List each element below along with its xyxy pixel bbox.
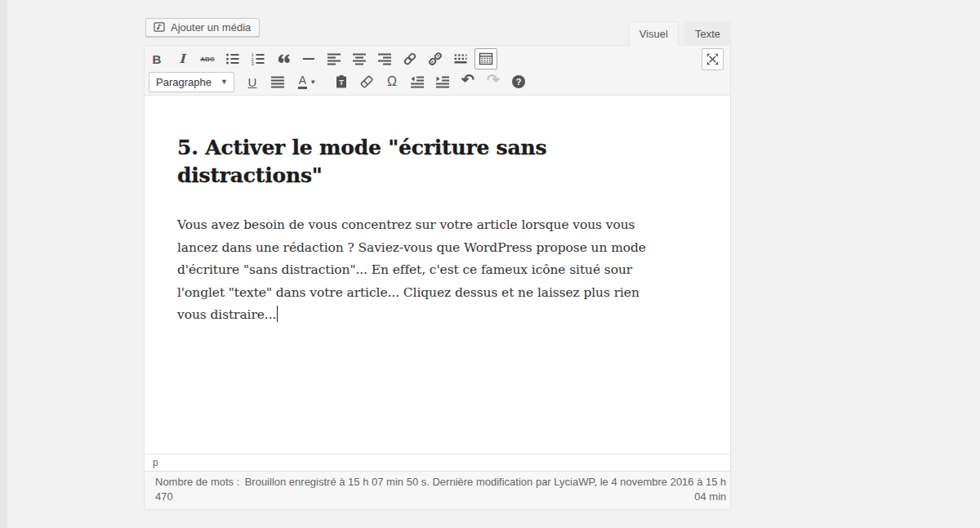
clear-formatting-icon [359,74,375,90]
outdent-icon [409,74,425,90]
bullet-list-button[interactable] [221,48,244,69]
horizontal-rule-button[interactable] [297,48,320,69]
tab-visual[interactable]: Visuel [629,21,679,46]
remove-link-button[interactable] [424,48,447,69]
align-right-button[interactable] [373,48,396,69]
admin-sidebar-edge [0,0,7,528]
indent-icon [434,74,451,90]
underline-button[interactable]: U [241,71,264,92]
italic-button[interactable]: I [171,48,194,69]
editor-header: Ajouter un média Visuel Texte [144,16,731,45]
element-path-bar: p [145,454,730,471]
toolbar-toggle-button[interactable] [474,48,497,69]
redo-icon: ↷ [487,76,500,84]
toolbar-row-2: Paragraphe▼UA▼Ω↶↷ [145,70,724,93]
undo-icon: ↶ [461,76,474,84]
remove-link-icon [427,51,443,67]
bullet-list-icon [225,51,241,67]
special-character-icon: Ω [387,74,397,89]
word-count-label: Nombre de mots : [155,475,239,490]
outdent-button[interactable] [406,71,429,92]
chevron-down-icon: ▼ [220,78,228,86]
chevron-down-icon: ▼ [310,78,316,86]
align-center-button[interactable] [348,48,371,69]
editor-toolbar: BIABC Paragraphe▼UA▼Ω↶↷ [145,46,730,96]
word-count: Nombre de mots :470 [155,475,239,504]
text-color-icon: A [298,74,307,89]
bold-icon: B [153,52,162,66]
underline-icon: U [248,75,257,89]
editor-mode-tabs: Visuel Texte [623,21,731,46]
align-center-icon [351,51,368,67]
paste-as-text-button[interactable] [330,71,353,92]
clear-formatting-button[interactable] [355,71,378,92]
redo-button[interactable]: ↷ [482,71,505,92]
add-media-button[interactable]: Ajouter un média [145,18,260,37]
insert-link-button[interactable] [399,48,421,69]
distraction-free-button[interactable] [702,48,724,70]
read-more-button[interactable] [449,48,472,69]
text-cursor [277,306,278,322]
blockquote-button[interactable] [272,48,295,69]
word-count-value: 470 [155,490,239,504]
strikethrough-button[interactable]: ABC [196,48,219,69]
italic-icon: I [179,51,185,66]
post-heading: 5. Activer le mode "écriture sansdistrac… [177,134,697,190]
align-right-icon [376,51,393,67]
blockquote-icon [275,51,292,67]
strikethrough-icon: ABC [200,56,214,63]
toolbar-row-1: BIABC [145,47,724,70]
tab-text[interactable]: Texte [684,21,731,46]
post-paragraph: Vous avez besoin de vous concentrez sur … [177,214,697,327]
help-icon [510,74,527,90]
add-media-label: Ajouter un média [171,21,251,34]
toolbar-toggle-icon [478,51,494,67]
justify-icon [270,74,286,90]
read-more-icon [452,51,469,67]
paste-as-text-icon [333,74,350,90]
autosave-message: Brouillon enregistré à 15 h 07 min 50 s.… [239,475,726,504]
indent-button[interactable] [431,71,454,92]
editor-status-bar: Nombre de mots :470 Brouillon enregistré… [145,471,730,509]
align-left-button[interactable] [323,48,345,69]
numbered-list-button[interactable] [247,48,270,69]
editor-container: BIABC Paragraphe▼UA▼Ω↶↷ 5. Activer le mo… [144,45,731,510]
undo-button[interactable]: ↶ [457,71,479,92]
element-path[interactable]: p [153,457,158,468]
editor-content[interactable]: 5. Activer le mode "écriture sansdistrac… [145,96,730,454]
insert-link-icon [402,51,418,67]
horizontal-rule-icon [301,51,317,67]
justify-button[interactable] [266,71,289,92]
numbered-list-icon [250,51,266,67]
align-left-icon [326,51,342,67]
format-select-value: Paragraphe [156,76,212,88]
format-select[interactable]: Paragraphe▼ [149,72,234,92]
text-color-button[interactable]: A▼ [292,71,323,92]
bold-button[interactable]: B [145,48,168,69]
help-button[interactable] [507,71,530,92]
post-editor: Ajouter un média Visuel Texte BIABC Para… [144,16,731,510]
special-character-button[interactable]: Ω [381,71,403,92]
fullscreen-icon [705,51,720,67]
media-icon [153,20,166,34]
